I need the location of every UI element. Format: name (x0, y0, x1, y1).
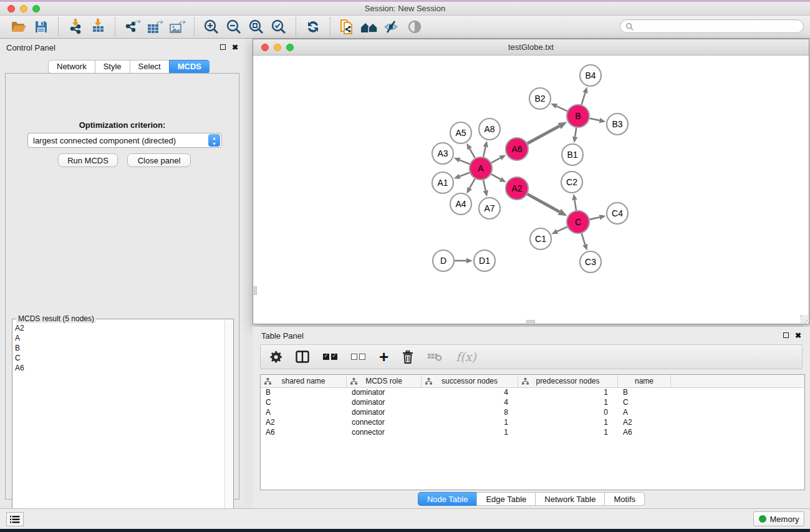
table-cell[interactable]: 8 (422, 408, 518, 418)
import-network-icon[interactable] (64, 17, 87, 36)
table-cell[interactable]: 4 (422, 398, 518, 408)
graph-edge-A-A8[interactable] (483, 147, 486, 157)
result-item[interactable]: A6 (15, 363, 223, 373)
float-table-panel-icon[interactable] (783, 331, 789, 340)
close-panel-icon[interactable]: ✖ (232, 43, 238, 52)
clear-table-icon[interactable] (427, 351, 442, 362)
graph-edge-B-B3[interactable] (590, 118, 600, 120)
table-cell[interactable]: B (261, 388, 347, 398)
graph-edge-A2-C[interactable] (528, 194, 560, 211)
graph-edge-A-A3[interactable] (460, 160, 470, 164)
network-window-titlebar[interactable]: testGlobe.txt (253, 39, 809, 56)
table-cell[interactable]: C (618, 398, 671, 408)
float-panel-icon[interactable] (220, 43, 226, 52)
table-cell[interactable]: dominator (347, 398, 422, 408)
splitter-handle-icon[interactable] (254, 286, 257, 295)
splitter-handle-icon[interactable] (526, 320, 535, 323)
search-field[interactable] (620, 19, 804, 33)
network-canvas[interactable]: B4B2BB3A5A8A6B1A3AC2A1A2A4A7C4CC1C3DD1 (253, 56, 809, 324)
column-selector-icon[interactable] (296, 351, 309, 363)
delete-column-icon[interactable] (402, 351, 413, 364)
table-cell[interactable]: A (261, 408, 347, 418)
zoom-selected-icon[interactable] (268, 17, 290, 36)
table-cell[interactable]: A6 (618, 428, 671, 438)
zoom-in-icon[interactable] (200, 17, 223, 36)
export-image-icon[interactable] (166, 17, 188, 36)
graph-edge-B-B4[interactable] (582, 93, 586, 105)
result-item[interactable]: A2 (15, 323, 223, 333)
table-cell[interactable]: 1 (518, 398, 618, 408)
zoom-fit-icon[interactable] (245, 17, 268, 36)
result-scrollbar[interactable] (224, 320, 233, 528)
graph-edge-B-B1[interactable] (575, 128, 576, 137)
table-row[interactable]: B dominator 4 1 B (261, 388, 804, 398)
table-row[interactable]: A6 connector 1 1 A6 (261, 428, 804, 438)
zoom-out-icon[interactable] (223, 17, 245, 36)
resize-grip-icon[interactable] (800, 315, 808, 323)
table-row[interactable]: A2 connector 1 1 A2 (261, 418, 804, 428)
refresh-icon[interactable] (302, 17, 324, 36)
tab-network[interactable]: Network (48, 60, 95, 74)
result-item[interactable]: B (15, 343, 223, 353)
tab-mcds[interactable]: MCDS (169, 60, 210, 74)
table-row[interactable]: A dominator 8 0 A (261, 408, 804, 418)
memory-button[interactable]: Memory (753, 511, 804, 526)
close-network-window-button[interactable] (261, 44, 269, 51)
table-cell[interactable]: A (618, 408, 671, 418)
column-header-mcds-role[interactable]: MCDS role (347, 375, 422, 387)
graph-edge-A-A7[interactable] (483, 180, 486, 191)
network-graph[interactable]: B4B2BB3A5A8A6B1A3AC2A1A2A4A7C4CC1C3DD1 (253, 56, 809, 324)
tab-edge-table[interactable]: Edge Table (476, 492, 535, 506)
table-cell[interactable]: 1 (518, 418, 618, 428)
graph-edge-B-B2[interactable] (556, 106, 567, 111)
task-history-button[interactable] (6, 512, 24, 526)
run-mcds-button[interactable]: Run MCDS (58, 153, 118, 167)
unselect-all-icon[interactable] (351, 354, 365, 360)
export-table-icon[interactable] (143, 17, 166, 36)
table-cell[interactable]: B (618, 388, 671, 398)
result-item[interactable]: A (15, 333, 223, 343)
open-file-icon[interactable] (7, 17, 30, 36)
table-cell[interactable]: 1 (518, 428, 618, 438)
mcds-result-list[interactable]: A2 A B C A6 (14, 323, 223, 527)
table-cell[interactable]: 1 (422, 418, 518, 428)
graph-edge-A-A4[interactable] (470, 179, 475, 188)
table-cell[interactable]: 4 (422, 388, 518, 398)
table-row[interactable]: C dominator 4 1 C (261, 398, 804, 408)
graph-edge-C-C2[interactable] (574, 200, 576, 211)
table-cell[interactable]: dominator (347, 388, 422, 398)
gear-icon[interactable] (269, 351, 282, 363)
close-window-button[interactable] (7, 5, 15, 12)
tab-network-table[interactable]: Network Table (535, 492, 604, 506)
hide-selected-icon[interactable] (381, 17, 403, 36)
table-cell[interactable]: A2 (261, 418, 347, 428)
graph-edge-C-C3[interactable] (582, 233, 586, 244)
tab-select[interactable]: Select (130, 60, 169, 74)
column-header-successor-nodes[interactable]: successor nodes (422, 375, 518, 387)
result-item[interactable]: C (15, 353, 223, 363)
select-all-icon[interactable] (323, 354, 337, 360)
zoom-window-button[interactable] (32, 5, 40, 12)
graph-edge-A6-B[interactable] (528, 126, 559, 143)
table-cell[interactable]: connector (347, 428, 422, 438)
table-cell[interactable]: A2 (618, 418, 671, 428)
table-cell[interactable]: 1 (422, 428, 518, 438)
optimization-criterion-select[interactable]: largest connected component (directed) ▲… (27, 133, 222, 148)
minimize-window-button[interactable] (20, 5, 27, 12)
column-header-name[interactable]: name (618, 375, 671, 387)
function-builder-icon[interactable]: f(x) (456, 350, 476, 364)
tab-style[interactable]: Style (95, 60, 130, 74)
table-cell[interactable]: connector (347, 418, 422, 428)
search-input[interactable] (634, 21, 803, 32)
table-cell[interactable]: dominator (347, 408, 422, 418)
graph-edge-A-A2[interactable] (491, 174, 501, 179)
minimize-network-window-button[interactable] (274, 44, 281, 51)
table-cell[interactable]: 1 (518, 388, 618, 398)
graph-edge-A-A1[interactable] (460, 173, 470, 177)
first-neighbors-icon[interactable] (359, 17, 381, 36)
close-table-panel-icon[interactable]: ✖ (795, 331, 801, 340)
graph-edge-C-C4[interactable] (590, 217, 600, 220)
export-network-icon[interactable] (121, 17, 143, 36)
show-all-icon[interactable] (403, 17, 426, 36)
save-session-icon[interactable] (30, 17, 52, 36)
